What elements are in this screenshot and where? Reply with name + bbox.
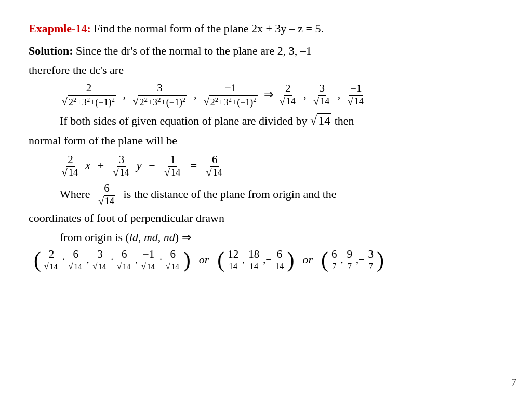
where-rest: is the distance of the plane from origin… xyxy=(121,188,336,201)
if-both-text: If both sides of given equation of plane… xyxy=(60,114,310,127)
frac2: 3 √22+32+(−1)2 xyxy=(131,82,188,108)
frac6: −1 √14 xyxy=(346,82,366,108)
implies-arrow: ⇒ xyxy=(264,88,273,101)
normal-form-equation: 2 √14 x + 3 √14 y − 1 √14 = 6 √14 xyxy=(29,153,503,179)
where-frac: 6 √14 xyxy=(97,182,117,207)
then-text: then xyxy=(335,114,354,127)
from-origin-line: from origin is (ld, md, nd) ⇒ xyxy=(29,229,503,246)
where-text: Where xyxy=(60,188,93,201)
frac1: 2 √22+32+(−1)2 xyxy=(60,82,117,108)
page-number: 7 xyxy=(511,377,516,389)
solution-label: Solution: xyxy=(29,44,73,57)
if-both-line: If both sides of given equation of plane… xyxy=(29,111,503,130)
frac5: 3 √14 xyxy=(312,82,332,108)
where-line: Where 6 √14 is the distance of the plane… xyxy=(29,182,503,207)
therefore-text: therefore the dc's are xyxy=(29,63,124,76)
paren-group-3: ( 6 7 , 9 7 ,− 3 7 ) xyxy=(321,248,384,272)
frac4: 2 √14 xyxy=(278,82,298,108)
or-text-1: or xyxy=(199,253,209,267)
md-text: md xyxy=(144,231,158,244)
paren-group-1: ( 2 √14 · 6 √14 , 3 √14 · 6 xyxy=(34,248,191,272)
rhs-frac: 6 √14 xyxy=(205,153,225,179)
coeff-const: 1 √14 xyxy=(163,153,183,179)
coordinates-text: coordinates of foot of perpendicular dra… xyxy=(29,211,224,224)
normal-form-will-be: normal form of the plane will be xyxy=(29,132,503,149)
sqrt14-display: √14 xyxy=(310,113,331,127)
coeff-x: 2 √14 xyxy=(60,153,81,179)
title-rest: Find the normal form of the plane 2x + 3… xyxy=(94,22,324,35)
page: Exapmle-14: Find the normal form of the … xyxy=(0,0,532,399)
paren-group-2: ( 12 14 , 18 14 ,− 6 14 ) xyxy=(217,248,294,272)
final-line: ( 2 √14 · 6 √14 , 3 √14 · 6 xyxy=(29,248,503,272)
frac3: −1 √22+32+(−1)2 xyxy=(202,82,259,108)
solution-text: Since the dr's of the normal to the plan… xyxy=(76,44,312,57)
normal-form-text: normal form of the plane will be xyxy=(29,134,177,147)
from-origin-text: from origin is ( xyxy=(60,231,129,244)
or-text-2: or xyxy=(303,253,313,267)
nd-text: nd xyxy=(164,231,175,244)
example-label: Exapmle-14: xyxy=(29,22,91,35)
therefore-line: therefore the dc's are xyxy=(29,61,503,78)
title-line: Exapmle-14: Find the normal form of the … xyxy=(29,21,503,37)
ld-text: ld xyxy=(129,231,138,244)
dcs-fractions-line: 2 √22+32+(−1)2 , 3 √22+32+(−1)2 , −1 xyxy=(29,82,503,108)
coeff-y: 3 √14 xyxy=(112,153,132,179)
coordinates-line: coordinates of foot of perpendicular dra… xyxy=(29,209,503,227)
solution-line: Solution: Since the dr's of the normal t… xyxy=(29,42,503,59)
